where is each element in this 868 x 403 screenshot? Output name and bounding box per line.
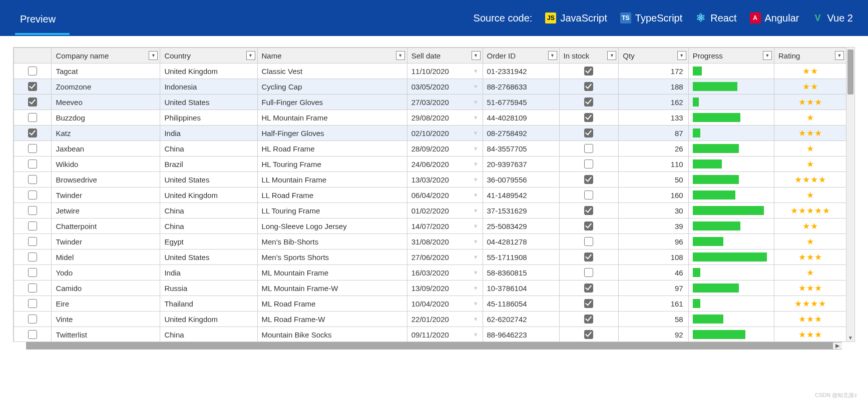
cell-company[interactable]: Twinder [52,188,160,203]
lang-typescript[interactable]: TS TypeScript [620,12,682,24]
date-picker-icon[interactable]: ▼ [473,223,479,229]
cell-sell-date[interactable]: 13/03/2020▼ [407,172,483,188]
h-scroll-thumb[interactable] [26,342,833,350]
table-row[interactable]: TwinderEgyptMen's Bib-Shorts31/08/2020▼0… [14,234,846,250]
cell-rating[interactable]: ★★★★ [774,172,846,188]
cell-country[interactable]: China [160,327,257,342]
in-stock-checkbox[interactable] [584,190,593,200]
cell-rating[interactable]: ★ [774,188,846,203]
cell-qty[interactable]: 50 [619,172,688,188]
row-select-checkbox[interactable] [28,113,37,122]
cell-company[interactable]: Tagcat [52,64,160,79]
cell-sell-date[interactable]: 01/02/2020▼ [407,203,483,218]
cell-country[interactable]: China [160,218,257,234]
cell-sell-date[interactable]: 27/06/2020▼ [407,250,483,265]
row-select-checkbox[interactable] [28,284,37,292]
cell-rating[interactable]: ★★★★ [774,296,846,312]
date-picker-icon[interactable]: ▼ [473,238,479,244]
cell-country[interactable]: Indonesia [160,79,257,94]
cell-country[interactable]: United States [160,172,257,188]
table-row[interactable]: JaxbeanChinaHL Road Frame28/09/2020▼84-3… [14,141,846,156]
cell-name[interactable]: ML Mountain Frame-W [257,280,407,296]
table-row[interactable]: BuzzdogPhilippinesHL Mountain Frame29/08… [14,110,846,126]
cell-qty[interactable]: 110 [619,156,688,172]
cell-rating[interactable]: ★ [774,110,846,126]
table-row[interactable]: TwinderUnited KingdomLL Road Frame06/04/… [14,188,846,203]
cell-rating[interactable]: ★★★ [774,312,846,327]
cell-rating[interactable]: ★ [774,234,846,250]
date-picker-icon[interactable]: ▼ [473,254,479,260]
table-row[interactable]: WikidoBrazilHL Touring Frame24/06/2020▼2… [14,156,846,172]
cell-qty[interactable]: 92 [619,327,688,342]
cell-sell-date[interactable]: 09/11/2020▼ [407,327,483,342]
row-select-checkbox[interactable] [28,82,37,91]
row-select-checkbox[interactable] [28,222,37,230]
in-stock-checkbox[interactable] [584,113,593,122]
cell-qty[interactable]: 108 [619,250,688,265]
cell-qty[interactable]: 58 [619,312,688,327]
cell-country[interactable]: Thailand [160,296,257,312]
cell-order-id[interactable]: 41-1489542 [483,188,559,203]
cell-country[interactable]: Egypt [160,234,257,250]
horizontal-scrollbar[interactable]: ▶ [26,342,842,350]
cell-company[interactable]: Midel [52,250,160,265]
cell-order-id[interactable]: 25-5083429 [483,218,559,234]
table-row[interactable]: YodoIndiaML Mountain Frame16/03/2020▼58-… [14,265,846,280]
cell-order-id[interactable]: 51-6775945 [483,94,559,110]
row-select-checkbox[interactable] [28,128,37,138]
filter-icon[interactable] [607,51,616,60]
cell-name[interactable]: Men's Sports Shorts [257,250,407,265]
date-picker-icon[interactable]: ▼ [473,285,479,291]
cell-order-id[interactable]: 58-8360815 [483,265,559,280]
in-stock-checkbox[interactable] [584,330,593,339]
date-picker-icon[interactable]: ▼ [473,176,479,182]
header-order-id[interactable]: Order ID [483,48,559,64]
cell-sell-date[interactable]: 31/08/2020▼ [407,234,483,250]
cell-name[interactable]: Long-Sleeve Logo Jersey [257,218,407,234]
cell-name[interactable]: ML Road Frame [257,296,407,312]
filter-icon[interactable] [396,51,405,60]
cell-sell-date[interactable]: 03/05/2020▼ [407,79,483,94]
cell-company[interactable]: Wikido [52,156,160,172]
cell-name[interactable]: Mountain Bike Socks [257,327,407,342]
header-name[interactable]: Name [257,48,407,64]
cell-rating[interactable]: ★★ [774,218,846,234]
header-sell-date[interactable]: Sell date [407,48,483,64]
filter-icon[interactable] [246,51,255,60]
row-select-checkbox[interactable] [28,268,37,277]
table-row[interactable]: ChatterpointChinaLong-Sleeve Logo Jersey… [14,218,846,234]
in-stock-checkbox[interactable] [584,252,593,262]
in-stock-checkbox[interactable] [584,299,593,308]
table-row[interactable]: TagcatUnited KingdomClassic Vest11/10/20… [14,64,846,79]
table-row[interactable]: MidelUnited StatesMen's Sports Shorts27/… [14,250,846,265]
in-stock-checkbox[interactable] [584,284,593,292]
cell-qty[interactable]: 188 [619,79,688,94]
cell-company[interactable]: Chatterpoint [52,218,160,234]
cell-company[interactable]: Browsedrive [52,172,160,188]
cell-company[interactable]: Jetwire [52,203,160,218]
cell-rating[interactable]: ★★ [774,79,846,94]
row-select-checkbox[interactable] [28,175,37,184]
header-progress[interactable]: Progress [688,48,774,64]
cell-qty[interactable]: 172 [619,64,688,79]
scroll-right-icon[interactable]: ▶ [833,342,842,349]
row-select-checkbox[interactable] [28,299,37,308]
in-stock-checkbox[interactable] [584,268,593,277]
cell-company[interactable]: Zoomzone [52,79,160,94]
cell-name[interactable]: HL Touring Frame [257,156,407,172]
grid-scroll[interactable]: Company name Country Name Sell date Orde… [13,47,855,342]
in-stock-checkbox[interactable] [584,66,593,76]
cell-name[interactable]: Men's Bib-Shorts [257,234,407,250]
cell-country[interactable]: India [160,126,257,141]
date-picker-icon[interactable]: ▼ [473,84,479,90]
cell-order-id[interactable]: 88-2768633 [483,79,559,94]
cell-qty[interactable]: 26 [619,141,688,156]
cell-qty[interactable]: 46 [619,265,688,280]
date-picker-icon[interactable]: ▼ [473,332,479,338]
cell-country[interactable]: United Kingdom [160,188,257,203]
date-picker-icon[interactable]: ▼ [473,300,479,306]
tab-preview[interactable]: Preview [15,2,61,34]
cell-qty[interactable]: 97 [619,280,688,296]
cell-company[interactable]: Meeveo [52,94,160,110]
cell-sell-date[interactable]: 11/10/2020▼ [407,64,483,79]
